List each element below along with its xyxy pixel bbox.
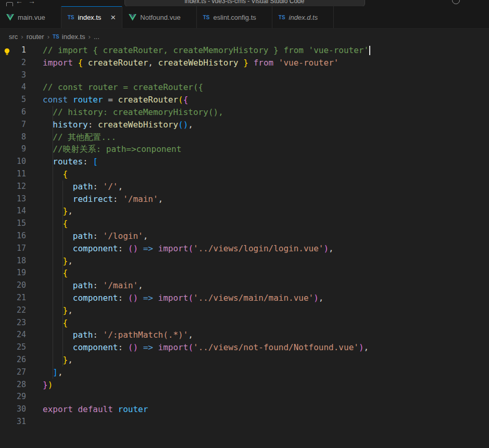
code-line[interactable]: 23 { [0,317,489,329]
line-number[interactable]: 3 [0,69,26,82]
nav-forward-icon[interactable]: → [28,0,35,6]
line-number[interactable]: 10 [0,156,26,168]
line-number[interactable]: 21 [0,292,26,304]
line-number[interactable]: 2 [0,57,26,69]
code-editor[interactable]: 1// import { createRouter, createMemoryH… [0,44,489,448]
code-line[interactable]: 15 { [0,217,489,230]
code-line[interactable]: 6 // history: createMemoryHistory(), [0,106,489,119]
code-line[interactable]: 14 }, [0,205,489,217]
code-line[interactable]: 11 { [0,168,489,181]
nav-back-icon[interactable]: ← [16,0,23,6]
code-text: ], [43,366,63,379]
code-line[interactable]: 26 }, [0,354,489,366]
tab-eslint-config-ts[interactable]: TSeslint.config.ts [197,6,272,28]
tab-bar: main.vueTSindex.ts×Notfound.vueTSeslint.… [0,6,489,29]
line-number[interactable]: 4 [0,81,26,94]
code-text: import { createRouter, createWebHistory … [43,57,338,69]
tab-index-ts[interactable]: TSindex.ts× [61,6,123,28]
line-number[interactable]: 12 [0,181,26,193]
code-text: component: () => import('../views/main/m… [43,292,323,304]
code-line[interactable]: 17 component: () => import('../views/log… [0,242,489,255]
code-text: redirect: '/main', [43,193,163,206]
code-line[interactable]: 8 // 其他配置... [0,131,489,144]
line-number[interactable]: 23 [0,317,26,329]
line-number[interactable]: 31 [0,416,26,428]
breadcrumb-separator-icon: › [21,33,23,41]
line-number[interactable]: 18 [0,255,26,267]
code-text: const router = createRouter({ [43,94,188,106]
code-line[interactable]: 20 path: '/main', [0,279,489,292]
code-line[interactable]: 19 { [0,267,489,279]
text-cursor [369,46,370,55]
line-number[interactable]: 30 [0,403,26,416]
menu-icon[interactable] [6,2,13,6]
active-tab-indicator [61,6,122,7]
code-line[interactable]: 28}) [0,379,489,391]
code-line[interactable]: 4// const router = createRouter({ [0,81,489,94]
line-number[interactable]: 26 [0,354,26,366]
line-number[interactable]: 17 [0,242,26,255]
line-number[interactable]: 13 [0,193,26,206]
code-line[interactable]: 7 history: createWebHistory(), [0,119,489,131]
typescript-icon: TS [53,34,59,40]
code-line[interactable]: 12 path: '/', [0,181,489,193]
code-text: { [43,317,68,329]
code-line[interactable]: 9 //映射关系: path=>conponent [0,143,489,156]
breadcrumb-item-src[interactable]: src [9,33,18,41]
breadcrumb-label: ... [94,33,99,41]
line-number[interactable]: 24 [0,329,26,341]
code-text: // 其他配置... [43,131,116,144]
code-line[interactable]: 2import { createRouter, createWebHistory… [0,57,489,69]
code-line[interactable]: 24 path: '/:pathMatch(.*)', [0,329,489,341]
code-line[interactable]: 27 ], [0,366,489,379]
line-number[interactable]: 5 [0,94,26,106]
code-text: component: () => import('../views/login/… [43,242,334,255]
line-number[interactable]: 7 [0,119,26,131]
code-line[interactable]: 22 }, [0,304,489,317]
account-icon[interactable] [452,0,460,4]
code-line[interactable]: 25 component: () => import('../views/not… [0,341,489,354]
code-line[interactable]: 13 redirect: '/main', [0,193,489,206]
code-text: path: '/login', [43,230,148,242]
code-line[interactable]: 10 routes: [ [0,156,489,168]
typescript-icon: TS [279,15,285,20]
line-number[interactable]: 6 [0,106,26,119]
line-number[interactable]: 14 [0,205,26,217]
code-line[interactable]: 21 component: () => import('../views/mai… [0,292,489,304]
close-tab-icon[interactable]: × [109,13,117,22]
line-number[interactable]: 22 [0,304,26,317]
line-number[interactable]: 9 [0,143,26,156]
code-text: path: '/main', [43,279,143,292]
line-number[interactable]: 27 [0,366,26,379]
line-number[interactable]: 16 [0,230,26,242]
line-number[interactable]: 15 [0,217,26,230]
code-line[interactable]: 29 [0,391,489,403]
title-bar: ← → index.ts - vue3-ts-cms - Visual Stud… [0,0,489,6]
code-line[interactable]: 18 }, [0,255,489,267]
breadcrumb-label: index.ts [62,33,85,41]
code-text: { [43,217,68,230]
tab-label: Notfound.vue [140,14,180,21]
breadcrumb-item----[interactable]: ... [94,33,99,41]
tab-label: eslint.config.ts [213,14,256,21]
line-number[interactable]: 8 [0,131,26,144]
code-line[interactable]: 1// import { createRouter, createMemoryH… [0,44,489,57]
command-center-title[interactable]: index.ts - vue3-ts-cms - Visual Studio C… [124,0,365,6]
line-number[interactable]: 29 [0,391,26,403]
line-number[interactable]: 19 [0,267,26,279]
line-number[interactable]: 25 [0,341,26,354]
code-line[interactable]: 16 path: '/login', [0,230,489,242]
code-line[interactable]: 31 [0,416,489,428]
breadcrumb-item-router[interactable]: router [27,33,44,41]
code-line[interactable]: 3 [0,69,489,82]
tab-index-d-ts[interactable]: TSindex.d.ts [272,6,334,28]
line-number[interactable]: 20 [0,279,26,292]
breadcrumb-item-index-ts[interactable]: TSindex.ts [53,33,85,41]
lightbulb-icon[interactable] [3,47,11,55]
tab-main-vue[interactable]: main.vue [0,6,61,28]
code-line[interactable]: 30export default router [0,403,489,416]
line-number[interactable]: 28 [0,379,26,391]
tab-Notfound-vue[interactable]: Notfound.vue [122,6,196,28]
line-number[interactable]: 11 [0,168,26,181]
code-line[interactable]: 5const router = createRouter({ [0,94,489,106]
